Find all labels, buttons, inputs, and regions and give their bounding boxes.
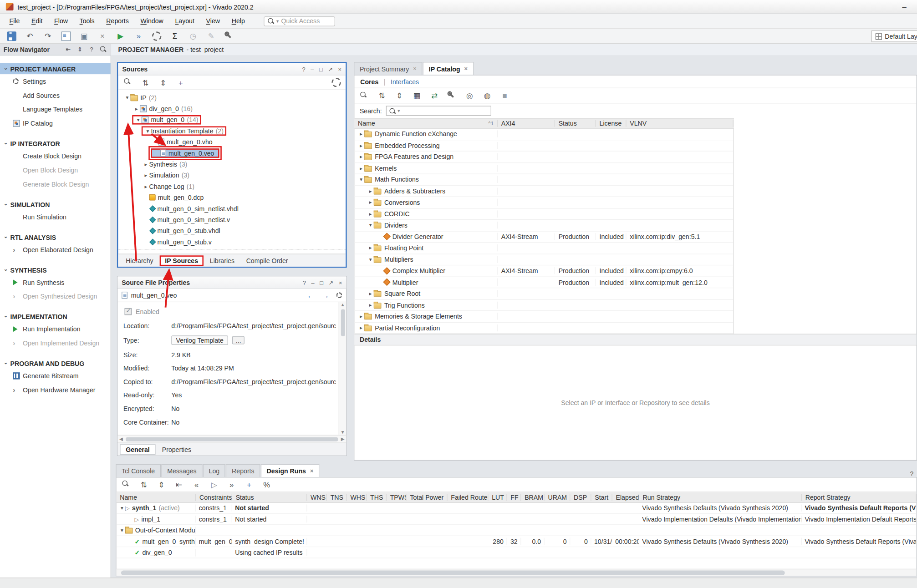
tree-expander[interactable]: ▾: [119, 527, 125, 533]
menu-item[interactable]: View: [200, 15, 226, 27]
flow-nav-item[interactable]: Generate Block Design: [0, 177, 111, 191]
menu-item[interactable]: Tools: [74, 15, 101, 27]
flow-nav-item[interactable]: Generate Bitstream: [0, 369, 111, 383]
tab-interfaces[interactable]: Interfaces: [391, 78, 419, 85]
package-ip-icon[interactable]: ◎: [465, 91, 474, 101]
search-icon[interactable]: [99, 46, 107, 53]
settings-icon[interactable]: [331, 78, 341, 87]
help-icon[interactable]: ?: [302, 66, 306, 72]
column-header-start[interactable]: Start: [591, 494, 612, 501]
column-header-status[interactable]: Status: [555, 120, 596, 127]
flow-nav-item[interactable]: Add Sources: [0, 88, 111, 102]
ip-catalog-row[interactable]: ▸ Embedded Processing: [354, 140, 733, 152]
ip-catalog-row[interactable]: Complex Multiplier AXI4-Stream Productio…: [354, 265, 733, 277]
collapse-all-icon[interactable]: ⇅: [377, 91, 387, 101]
tab-cores[interactable]: Cores: [360, 78, 378, 85]
flow-nav-section-header[interactable]: ⌄ RTL ANALYSIS: [0, 232, 111, 243]
design-run-row[interactable]: ✓ mult_gen_0_synth_1 mult_gen_0 synth_de…: [117, 536, 917, 547]
column-header-license[interactable]: License: [596, 120, 627, 127]
maximize-icon[interactable]: ↗: [329, 279, 334, 285]
bottom-tab[interactable]: Messages ×: [161, 464, 202, 477]
source-tree-item[interactable]: mult_gen_0_sim_netlist.v: [118, 214, 346, 225]
source-tree-item[interactable]: ▾ mult_gen_0 (14): [118, 114, 346, 125]
help-icon[interactable]: ?: [303, 279, 306, 285]
flow-nav-item[interactable]: Language Templates: [0, 102, 111, 117]
ip-catalog-row[interactable]: ▸ Kernels: [354, 163, 733, 174]
clock-icon[interactable]: ◷: [188, 31, 198, 41]
hierarchy-icon[interactable]: ▦: [413, 91, 422, 101]
column-header-whs[interactable]: WHS: [347, 494, 367, 501]
settings-icon[interactable]: [336, 292, 342, 298]
collapse-all-icon[interactable]: ⇅: [141, 78, 151, 87]
minimize-button[interactable]: –: [897, 2, 911, 11]
tree-expander[interactable]: ▸: [133, 106, 140, 112]
dock-icon[interactable]: ⇤: [64, 46, 72, 53]
workspace-tab[interactable]: Project Summary ×: [354, 62, 423, 75]
flow-nav-section-header[interactable]: ⌄ PROGRAM AND DEBUG: [0, 358, 111, 369]
minimize-icon[interactable]: –: [311, 66, 314, 72]
expand-collapse-icon[interactable]: ⇕: [395, 91, 404, 101]
source-tree-item[interactable]: mult_gen_0_stub.v: [118, 236, 346, 247]
flow-nav-item[interactable]: › Open Implemented Design: [0, 336, 111, 350]
edit-icon[interactable]: ✎: [206, 31, 216, 41]
flow-nav-item[interactable]: › Open Elaborated Design: [0, 243, 111, 257]
column-header-tns[interactable]: TNS: [327, 494, 347, 501]
tree-expander[interactable]: ▾: [124, 94, 130, 100]
ip-catalog-row[interactable]: ▸ Adders & Subtracters: [354, 186, 733, 197]
column-header-dsp[interactable]: DSP: [570, 494, 591, 501]
tree-expander[interactable]: ▾: [358, 177, 364, 182]
ip-catalog-row[interactable]: Multiplier Production Included xilinx.co…: [354, 277, 733, 288]
bottom-tab[interactable]: Tcl Console ×: [116, 464, 161, 477]
copy-icon[interactable]: ▣: [80, 31, 89, 41]
column-header-ff[interactable]: FF: [507, 494, 521, 501]
source-tree-item[interactable]: ▸ div_gen_0 (16): [118, 103, 346, 114]
run-icon[interactable]: ▶: [116, 31, 125, 41]
horizontal-scrollbar[interactable]: ◀ ▶: [117, 435, 346, 443]
menu-item[interactable]: Layout: [169, 15, 200, 27]
delete-icon[interactable]: ×: [98, 31, 107, 41]
search-icon[interactable]: [123, 78, 133, 87]
column-header-constraints[interactable]: Constraints: [196, 494, 232, 501]
quick-access-search[interactable]: ▾ Quick Access: [264, 16, 335, 26]
percent-icon[interactable]: %: [262, 480, 271, 490]
sources-tab[interactable]: Libraries: [204, 256, 239, 265]
minimize-icon[interactable]: –: [311, 279, 315, 285]
ip-catalog-row[interactable]: ▸ FPGA Features and Design: [354, 152, 733, 163]
flow-nav-item[interactable]: › Open Synthesized Design: [0, 289, 111, 304]
back-icon[interactable]: «: [192, 480, 201, 490]
column-header-elapsed[interactable]: Elapsed: [612, 494, 639, 501]
menu-item[interactable]: Window: [135, 15, 169, 27]
save-icon[interactable]: [7, 31, 16, 41]
type-more-button[interactable]: ...: [232, 336, 245, 345]
scroll-right-icon[interactable]: ▶: [341, 436, 345, 442]
tree-expander[interactable]: ▸: [367, 291, 374, 297]
tree-expander[interactable]: ▸: [358, 131, 364, 137]
column-header-vlnv[interactable]: VLNV: [627, 120, 734, 127]
ip-catalog-row[interactable]: ▾ Math Functions: [354, 174, 733, 186]
ip-catalog-row[interactable]: Divider Generator AXI4-Stream Production…: [354, 231, 733, 243]
probe-icon[interactable]: [224, 31, 234, 41]
float-icon[interactable]: □: [319, 66, 323, 72]
source-tree-item[interactable]: mult_gen_0_sim_netlist.vhdl: [118, 203, 346, 214]
column-header-report-strategy[interactable]: Report Strategy: [802, 494, 917, 501]
flow-nav-item[interactable]: Open Block Design: [0, 163, 111, 177]
ip-catalog-row[interactable]: ▸ Square Root: [354, 288, 733, 299]
tree-expander[interactable]: ▾: [367, 257, 374, 263]
source-tree-item[interactable]: mult_gen_0.veo: [118, 147, 346, 158]
tree-expander[interactable]: ▸: [367, 211, 374, 217]
source-tree-item[interactable]: mult_gen_0.vho: [118, 136, 346, 147]
source-tree-item[interactable]: ▾ IP (2): [118, 92, 346, 103]
settings-icon[interactable]: [152, 31, 162, 41]
tree-expander[interactable]: ▸: [143, 183, 149, 189]
repository-refresh-icon[interactable]: ⇄: [430, 91, 439, 101]
layout-selector[interactable]: Default Layout: [871, 30, 917, 42]
column-header-uram[interactable]: URAM: [545, 494, 571, 501]
column-header-failed-routes[interactable]: Failed Routes: [448, 494, 489, 501]
ip-catalog-row[interactable]: ▾ Multipliers: [354, 254, 733, 265]
scroll-left-icon[interactable]: ◀: [119, 436, 123, 442]
tree-expander[interactable]: ▸: [143, 161, 149, 167]
sum-icon[interactable]: Σ: [170, 31, 180, 41]
tree-expander[interactable]: ▸: [358, 325, 364, 331]
back-icon[interactable]: ←: [307, 291, 315, 299]
run-icon[interactable]: ▷: [209, 480, 219, 490]
